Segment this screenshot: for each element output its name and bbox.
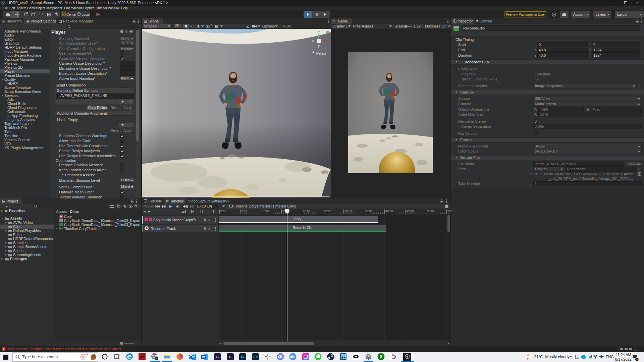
svg-text:Persp: Persp <box>316 51 326 55</box>
svg-text:y: y <box>318 30 320 33</box>
svg-text:x: x <box>327 39 329 43</box>
svg-text:X: X <box>379 354 383 359</box>
svg-text:LrC: LrC <box>253 356 258 359</box>
svg-text:?: ? <box>121 31 122 33</box>
svg-text:K: K <box>156 357 157 360</box>
svg-text:W: W <box>202 355 205 359</box>
svg-text:Ae: Ae <box>216 356 220 359</box>
svg-text:Ps: Ps <box>241 356 245 359</box>
svg-text:Pr: Pr <box>229 356 232 359</box>
